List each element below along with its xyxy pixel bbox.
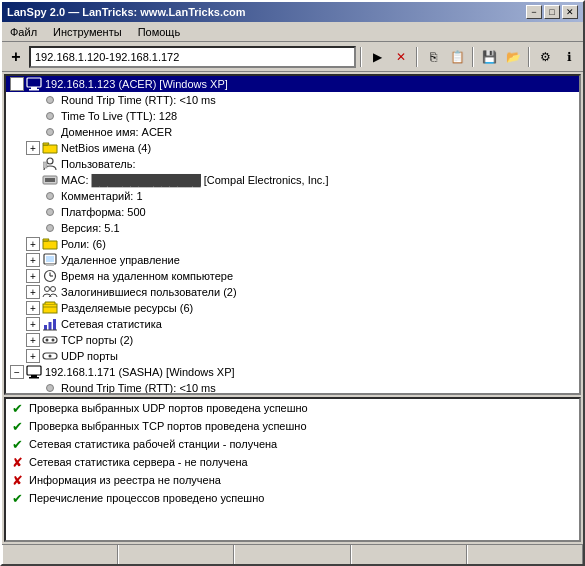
no-expander [26,93,40,107]
expander-shares[interactable]: + [26,301,40,315]
minimize-button[interactable]: − [526,5,542,19]
expander-netbios[interactable]: + [26,141,40,155]
go-button[interactable]: ▶ [366,46,388,68]
expander-netstats[interactable]: + [26,317,40,331]
status-pane-2 [118,545,234,564]
tcp-icon [42,333,58,347]
svg-rect-21 [43,337,57,343]
log-scroll[interactable]: ✔ Проверка выбранных UDP портов проведен… [6,399,579,507]
label-shares: Разделяемые ресурсы (6) [61,302,193,314]
settings-button[interactable]: ⚙ [534,46,556,68]
success-icon-2: ✔ [9,436,25,452]
expander-root1[interactable]: − [10,77,24,91]
status-pane-1 [2,545,118,564]
label-remote: Удаленное управление [61,254,180,266]
tree-row-ttl1[interactable]: Time To Live (TTL): 128 [6,108,579,124]
tree-row-time[interactable]: + Время на удаленном компьютере [6,268,579,284]
tree-panel: − 192.168.1.123 (ACER) [Windows XP] Roun… [4,74,581,395]
svg-rect-18 [49,322,52,330]
no-expander [26,205,40,219]
copy-button[interactable]: ⎘ [422,46,444,68]
tree-row-netbios[interactable]: + NetBios имена (4) [6,140,579,156]
success-icon-1: ✔ [9,418,25,434]
add-button[interactable]: + [5,46,27,68]
svg-point-25 [49,355,52,358]
tree-row-platform[interactable]: Платформа: 500 [6,204,579,220]
expander-time[interactable]: + [26,269,40,283]
udp-icon [42,349,58,363]
svg-rect-6 [45,178,55,182]
circle-icon-ttl1 [42,109,58,123]
address-input[interactable] [29,46,356,68]
log-text-1: Проверка выбранных TCP портов проведена … [29,420,307,432]
close-button[interactable]: ✕ [562,5,578,19]
svg-rect-19 [53,319,56,330]
tree-row-udp[interactable]: + UDP порты [6,348,579,364]
tree-row-comment[interactable]: Комментарий: 1 [6,188,579,204]
maximize-button[interactable]: □ [544,5,560,19]
svg-rect-0 [27,78,41,87]
log-text-2: Сетевая статистика рабочей станции - пол… [29,438,277,450]
save-button[interactable]: 💾 [478,46,500,68]
paste-button[interactable]: 📋 [446,46,468,68]
log-text-5: Перечисление процессов проведено успешно [29,492,264,504]
tree-row-remote[interactable]: + Удаленное управление [6,252,579,268]
expander-tcp[interactable]: + [26,333,40,347]
tree-row-shares[interactable]: + Разделяемые ресурсы (6) [6,300,579,316]
tree-row-version[interactable]: Версия: 5.1 [6,220,579,236]
log-text-4: Информация из реестра не получена [29,474,221,486]
tree-row-logged[interactable]: + Залогинившиеся пользователи (2) [6,284,579,300]
log-entry-5: ✔ Перечисление процессов проведено успеш… [6,489,579,507]
main-window: LanSpy 2.0 — LanTricks: www.LanTricks.co… [0,0,585,566]
svg-rect-1 [31,87,37,89]
separator-1 [360,47,362,67]
menu-tools[interactable]: Инструменты [45,24,130,40]
expander-remote[interactable]: + [26,253,40,267]
open-button[interactable]: 📂 [502,46,524,68]
circle-icon-comment [42,189,58,203]
tree-scroll[interactable]: − 192.168.1.123 (ACER) [Windows XP] Roun… [6,76,579,395]
svg-rect-8 [46,256,54,262]
label-domain1: Доменное имя: ACER [61,126,172,138]
label-netbios: NetBios имена (4) [61,142,151,154]
tree-row-user[interactable]: Пользователь: [6,156,579,172]
tree-row-domain1[interactable]: Доменное имя: ACER [6,124,579,140]
computer-icon-root1 [26,77,42,91]
tree-row-root2[interactable]: − 192.168.1.171 (SASHA) [Windows XP] [6,364,579,380]
label-root1: 192.168.1.123 (ACER) [Windows XP] [45,78,228,90]
expander-roles[interactable]: + [26,237,40,251]
info-button[interactable]: ℹ [558,46,580,68]
expander-root2[interactable]: − [10,365,24,379]
title-bar: LanSpy 2.0 — LanTricks: www.LanTricks.co… [2,2,583,22]
toolbar: + ▶ ✕ ⎘ 📋 💾 📂 ⚙ ℹ [2,42,583,72]
stop-button[interactable]: ✕ [390,46,412,68]
tree-row-tcp[interactable]: + TCP порты (2) [6,332,579,348]
window-title: LanSpy 2.0 — LanTricks: www.LanTricks.co… [7,6,246,18]
circle-icon-rtt1 [42,93,58,107]
svg-point-3 [47,158,53,164]
user-icon [42,157,58,171]
mac-icon [42,173,58,187]
no-expander [26,381,40,395]
log-entry-1: ✔ Проверка выбранных TCP портов проведен… [6,417,579,435]
svg-rect-28 [29,377,39,379]
circle-icon-version [42,221,58,235]
tree-row-rtt1[interactable]: Round Trip Time (RTT): <10 ms [6,92,579,108]
svg-rect-9 [46,264,54,266]
users-icon [42,285,58,299]
tree-row-roles[interactable]: + Роли: (6) [6,236,579,252]
circle-icon-rtt2 [42,381,58,395]
svg-rect-2 [29,89,39,91]
svg-rect-26 [27,366,41,375]
tree-row-rtt2[interactable]: Round Trip Time (RTT): <10 ms [6,380,579,395]
menu-help[interactable]: Помощь [130,24,189,40]
no-expander [26,189,40,203]
label-version: Версия: 5.1 [61,222,120,234]
expander-udp[interactable]: + [26,349,40,363]
tree-row-mac[interactable]: MAC: ██████████████ [Compal Electronics,… [6,172,579,188]
tree-row-netstats[interactable]: + Сетевая статистика [6,316,579,332]
expander-logged[interactable]: + [26,285,40,299]
tree-row-root1[interactable]: − 192.168.1.123 (ACER) [Windows XP] [6,76,579,92]
label-comment: Комментарий: 1 [61,190,143,202]
menu-file[interactable]: Файл [2,24,45,40]
